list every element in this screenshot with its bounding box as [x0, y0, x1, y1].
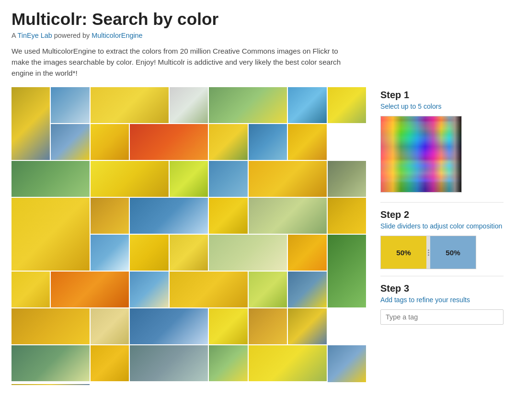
grid-cell[interactable] — [328, 235, 366, 307]
grid-cell[interactable] — [288, 124, 326, 160]
grid-cell[interactable] — [170, 272, 248, 307]
subtitle: A TinEye Lab powered by MulticolorEngine — [11, 32, 504, 39]
grid-container — [11, 87, 366, 385]
grid-cell[interactable] — [170, 87, 208, 123]
grid-cell[interactable] — [328, 198, 366, 234]
grid-cell[interactable] — [209, 124, 247, 160]
grid-cell[interactable] — [249, 272, 287, 307]
grid-cell[interactable] — [91, 308, 129, 344]
tag-input[interactable] — [380, 309, 504, 325]
step1-section: Step 1 Select up to 5 colors — [380, 90, 504, 193]
grid-cell[interactable] — [170, 161, 208, 197]
step-divider — [380, 202, 504, 203]
subtitle-prefix: A — [11, 32, 18, 39]
grid-cell[interactable] — [130, 308, 208, 344]
grid-cell[interactable] — [91, 124, 129, 160]
grid-cell[interactable] — [11, 272, 50, 307]
grid-cell[interactable] — [91, 235, 129, 271]
grid-cell[interactable] — [130, 345, 208, 381]
grid-cell[interactable] — [249, 161, 327, 197]
step2-section: Step 2 Slide dividers to adjust color co… — [380, 209, 504, 269]
step3-heading: Step 3 — [380, 283, 504, 294]
bar-yellow: 50% — [381, 236, 426, 269]
grid-cell[interactable] — [91, 345, 129, 381]
grid-cell[interactable] — [209, 87, 287, 123]
grid-cell[interactable] — [249, 308, 287, 344]
grid-cell[interactable] — [249, 345, 327, 381]
page-title: Multicolr: Search by color — [11, 10, 504, 29]
bar-blue: 50% — [430, 236, 476, 269]
step3-section: Step 3 Add tags to refine your results — [380, 283, 504, 325]
step-divider-2 — [380, 276, 504, 276]
tineye-link[interactable]: TinEye Lab — [18, 32, 52, 39]
grid-cell[interactable] — [130, 272, 168, 307]
step2-heading: Step 2 — [380, 209, 504, 220]
grid-cell[interactable] — [51, 272, 129, 307]
grid-cell[interactable] — [130, 235, 168, 271]
divider-dot — [428, 252, 429, 253]
grid-cell[interactable] — [51, 87, 89, 123]
grid-cell[interactable] — [170, 235, 208, 271]
description: We used MulticolorEngine to extract the … — [11, 46, 356, 79]
grid-cell[interactable] — [288, 87, 326, 123]
grid-cell[interactable] — [11, 198, 90, 271]
image-grid — [11, 87, 366, 385]
grid-cell[interactable] — [209, 235, 287, 271]
grid-cell[interactable] — [209, 308, 247, 344]
step3-subtext: Add tags to refine your results — [380, 296, 504, 304]
grid-cell[interactable] — [288, 235, 326, 271]
grid-cell[interactable] — [51, 124, 89, 160]
grid-cell[interactable] — [91, 87, 169, 123]
grid-cell[interactable] — [288, 272, 326, 307]
grid-cell[interactable] — [130, 198, 208, 234]
step1-heading: Step 1 — [380, 90, 504, 101]
grid-cell[interactable] — [11, 161, 90, 197]
grid-cell[interactable] — [91, 161, 169, 197]
divider-dot — [428, 254, 429, 256]
grid-cell[interactable] — [209, 198, 247, 234]
grid-cell[interactable] — [11, 308, 90, 344]
grid-cell[interactable] — [209, 345, 247, 381]
grid-cell[interactable] — [11, 87, 50, 160]
main-layout: Step 1 Select up to 5 colors Step 2 Slid… — [11, 87, 504, 385]
grid-cell[interactable] — [11, 384, 90, 385]
grid-cell[interactable] — [130, 124, 208, 160]
grid-cell[interactable] — [209, 161, 247, 197]
grid-cell[interactable] — [328, 345, 366, 382]
right-panel: Step 1 Select up to 5 colors Step 2 Slid… — [380, 87, 504, 325]
step2-subtext: Slide dividers to adjust color compositi… — [380, 222, 504, 230]
color-picker[interactable] — [380, 116, 462, 193]
grid-cell[interactable] — [11, 345, 90, 381]
grid-cell[interactable] — [249, 198, 327, 234]
bar-divider[interactable] — [426, 236, 430, 269]
step1-subtext: Select up to 5 colors — [380, 102, 504, 110]
divider-dot — [428, 250, 429, 251]
color-composition-bars[interactable]: 50% 50% — [380, 236, 476, 269]
grid-cell[interactable] — [249, 124, 287, 160]
multicolor-engine-link[interactable]: MulticolorEngine — [92, 32, 142, 39]
grid-cell[interactable] — [328, 161, 366, 197]
grid-cell[interactable] — [91, 198, 129, 234]
grid-cell[interactable] — [288, 308, 326, 344]
subtitle-middle: powered by — [52, 32, 92, 39]
grid-cell[interactable] — [328, 87, 366, 123]
